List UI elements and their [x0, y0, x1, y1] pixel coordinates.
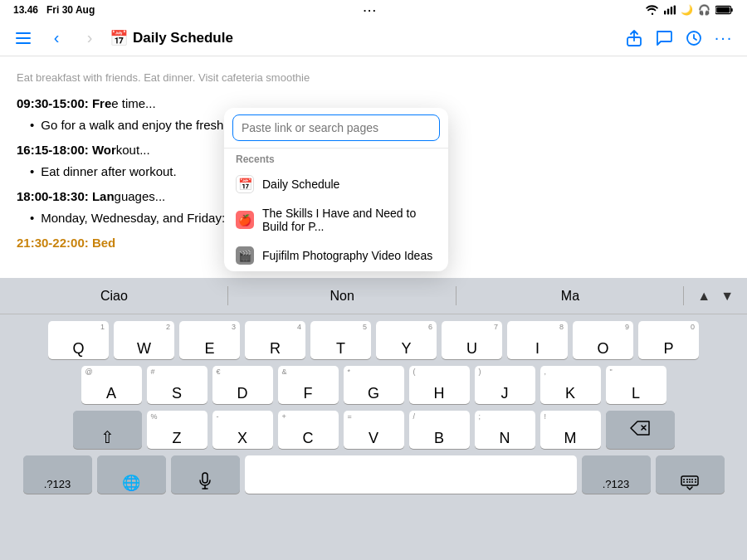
content-area: Eat breakfast with friends. Eat dinner. …: [0, 56, 747, 297]
status-time: 13.46: [13, 4, 38, 16]
key-G[interactable]: *G: [344, 366, 404, 404]
numbers-button-right[interactable]: .?123: [582, 455, 651, 494]
dropdown-item-2[interactable]: 🎬 Fujifilm Photography Video Ideas: [224, 240, 448, 271]
key-row-4: .?123 🌐 .?123: [3, 455, 744, 494]
nav-bar: ‹ › 📅 Daily Schedule ···: [0, 20, 747, 56]
key-A[interactable]: @A: [81, 366, 142, 404]
headphones-icon: 🎧: [698, 4, 710, 16]
svg-rect-2: [671, 7, 672, 14]
delete-button[interactable]: [606, 411, 675, 449]
key-S[interactable]: #S: [147, 366, 208, 404]
keyboard-icon: [681, 475, 699, 490]
key-J[interactable]: )J: [475, 366, 535, 404]
nav-right-buttons: ···: [621, 25, 737, 51]
shift-button[interactable]: ⇧: [73, 411, 142, 449]
history-button[interactable]: [681, 25, 707, 51]
key-L[interactable]: "L: [606, 366, 666, 404]
key-F[interactable]: &F: [278, 366, 339, 404]
svg-rect-12: [203, 473, 208, 483]
dropdown-item-label-1: The Skills I Have and Need to Build for …: [262, 207, 437, 233]
key-R[interactable]: 4R: [245, 321, 305, 359]
chevron-up-button[interactable]: ▲: [692, 285, 715, 307]
key-D[interactable]: €D: [212, 366, 273, 404]
globe-button[interactable]: 🌐: [97, 455, 166, 494]
chevron-down-button[interactable]: ▼: [715, 285, 739, 307]
key-U[interactable]: 7U: [442, 321, 502, 359]
search-dropdown: Recents 📅 Daily Schedule 🍎 The Skills I …: [224, 108, 448, 271]
share-button[interactable]: [621, 25, 647, 51]
recents-label: Recents: [224, 149, 448, 168]
back-button[interactable]: ‹: [43, 25, 70, 51]
bullet2-text: Eat dinner after workout.: [41, 162, 176, 182]
page-icon: 📅: [110, 29, 128, 47]
svg-rect-15: [681, 476, 698, 485]
status-bar: 13.46 Fri 30 Aug ··· 🌙 🎧: [0, 0, 747, 20]
svg-rect-0: [664, 11, 666, 15]
dropdown-item-icon-2: 🎬: [236, 246, 254, 265]
key-C[interactable]: +C: [278, 411, 339, 449]
svg-rect-5: [731, 8, 733, 12]
content-line1: Eat breakfast with friends. Eat dinner. …: [17, 70, 730, 87]
block2-rest: kout...: [116, 143, 150, 157]
key-row-3: ⇧ %Z -X +C =V /B ;N !M: [3, 411, 744, 449]
moon-icon: 🌙: [681, 4, 693, 16]
key-Q[interactable]: 1Q: [48, 321, 109, 359]
bullet1-text: Go for a walk and enjoy the fresh air.: [41, 115, 243, 135]
keyboard-keys: 1Q 2W 3E 4R 5T 6Y 7U 8I 9O 0P @A #S €D &…: [0, 314, 747, 504]
block3-time: 18:00-18:30: Lan: [17, 189, 115, 203]
microphone-button[interactable]: [171, 455, 240, 494]
key-X[interactable]: -X: [212, 411, 273, 449]
key-W[interactable]: 2W: [114, 321, 174, 359]
key-E[interactable]: 3E: [179, 321, 240, 359]
sidebar-toggle-button[interactable]: [10, 25, 37, 51]
signal-icon: [664, 5, 676, 15]
keyboard-hide-button[interactable]: [656, 455, 725, 494]
comment-button[interactable]: [651, 25, 677, 51]
block1-rest: e time...: [111, 96, 155, 110]
battery-icon: [715, 5, 734, 15]
key-V[interactable]: =V: [344, 411, 404, 449]
key-N[interactable]: ;N: [475, 411, 535, 449]
search-input[interactable]: [232, 114, 440, 141]
dropdown-item-0[interactable]: 📅 Daily Schedule: [224, 168, 448, 200]
dropdown-item-icon-1: 🍎: [236, 211, 254, 229]
dropdown-search-area: [224, 108, 448, 149]
block2-time: 16:15-18:00: Wor: [17, 143, 116, 157]
key-K[interactable]: ,K: [540, 366, 601, 404]
dropdown-item-label-2: Fujifilm Photography Video Ideas: [262, 249, 432, 262]
page-title: Daily Schedule: [133, 30, 233, 46]
key-I[interactable]: 8I: [507, 321, 568, 359]
autocorrect-bar: Ciao Non Ma ▲ ▼: [0, 278, 747, 314]
autocorrect-item-1[interactable]: Non: [228, 280, 456, 312]
dropdown-item-1[interactable]: 🍎 The Skills I Have and Need to Build fo…: [224, 200, 448, 240]
block3-rest: guages...: [115, 189, 166, 203]
autocorrect-item-0[interactable]: Ciao: [0, 280, 228, 312]
key-Y[interactable]: 6Y: [376, 321, 437, 359]
status-dots: ···: [364, 4, 378, 17]
more-button[interactable]: ···: [710, 25, 737, 51]
key-B[interactable]: /B: [409, 411, 470, 449]
share-icon: [627, 30, 642, 46]
microphone-icon: [198, 472, 212, 490]
comment-icon: [656, 31, 672, 46]
key-T[interactable]: 5T: [310, 321, 371, 359]
key-Z[interactable]: %Z: [147, 411, 208, 449]
svg-rect-6: [716, 7, 730, 13]
key-H[interactable]: (H: [409, 366, 470, 404]
backspace-icon: [630, 421, 650, 436]
key-M[interactable]: !M: [540, 411, 601, 449]
forward-button[interactable]: ›: [76, 25, 103, 51]
status-date: Fri 30 Aug: [46, 4, 95, 16]
dropdown-item-label-0: Daily Schedule: [262, 178, 339, 191]
svg-rect-8: [16, 37, 31, 39]
chevrons: ▲ ▼: [684, 285, 747, 307]
autocorrect-item-2[interactable]: Ma: [456, 280, 685, 312]
block4-time: 21:30-22:00: Bed: [17, 236, 115, 250]
key-O[interactable]: 9O: [573, 321, 633, 359]
svg-rect-3: [674, 6, 676, 15]
numbers-button[interactable]: .?123: [23, 455, 92, 494]
key-P[interactable]: 0P: [638, 321, 699, 359]
space-button[interactable]: [245, 455, 577, 494]
svg-rect-7: [16, 32, 31, 34]
svg-rect-1: [667, 8, 669, 14]
